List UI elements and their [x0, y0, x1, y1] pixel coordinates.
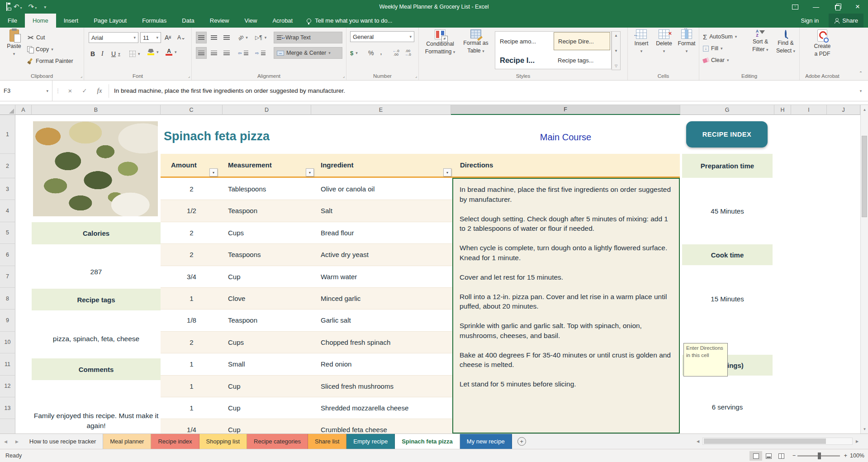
column-header-E[interactable]: E [311, 105, 451, 115]
sheet-tab-spinach-feta-pizza[interactable]: Spinach feta pizza [395, 434, 460, 449]
fill-color-button[interactable]: ▾ [147, 47, 159, 57]
sheet-tab-share-list[interactable]: Share list [308, 434, 346, 449]
ingredient-row[interactable]: 1SmallRed onion [161, 353, 454, 375]
comma-style-button[interactable]: , [380, 47, 382, 57]
zoom-slider-thumb[interactable] [818, 452, 821, 459]
recipe-tags-value[interactable]: pizza, spinach, feta, cheese [32, 335, 161, 343]
gallery-scroll-arrows[interactable]: ▲▼▽ [612, 31, 621, 70]
column-header-B[interactable]: B [32, 105, 161, 115]
ribbon-tab-insert[interactable]: Insert [56, 14, 86, 28]
ribbon-tab-file[interactable]: File [0, 14, 25, 28]
zoom-level[interactable]: 100% [850, 452, 864, 459]
clipboard-dialog-launcher-icon[interactable]: ⌟ [81, 74, 82, 78]
scroll-left-icon[interactable]: ◀ [693, 439, 702, 443]
font-dialog-launcher-icon[interactable]: ⌟ [188, 74, 190, 78]
row-header-4[interactable]: 4 [0, 200, 15, 222]
ingredient-row[interactable]: 2CupsBread flour [161, 222, 454, 244]
column-header-G[interactable]: G [680, 105, 774, 115]
align-middle-button[interactable] [209, 32, 219, 43]
ribbon-tab-formulas[interactable]: Formulas [134, 14, 174, 28]
scroll-down-icon[interactable]: ▼ [861, 424, 868, 433]
ribbon-tab-home[interactable]: Home [25, 14, 56, 28]
ribbon-display-options-icon[interactable]: ˆ [785, 0, 806, 14]
insert-cells-button[interactable]: ← Insert▾ [631, 29, 652, 54]
copy-button[interactable]: Copy▾ [27, 44, 53, 55]
formula-input[interactable]: In bread machine, place the first five i… [114, 81, 345, 101]
sheet-tab-my-new-recipe[interactable]: My new recipe [460, 434, 512, 449]
row-header-11[interactable]: 11 [0, 353, 15, 375]
borders-button[interactable]: ▾ [129, 48, 140, 59]
ribbon-tab-acrobat[interactable]: Acrobat [265, 14, 300, 28]
ribbon-tab-review[interactable]: Review [202, 14, 237, 28]
paste-button[interactable]: Paste▾ [4, 29, 24, 57]
share-button[interactable]: Share [829, 14, 863, 28]
sheet-tab-recipe-categories[interactable]: Recipe categories [247, 434, 308, 449]
row-header-2[interactable]: 2 [0, 154, 15, 178]
clear-button[interactable]: Clear▾ [703, 55, 729, 66]
sheet-tab-recipe-index[interactable]: Recipe index [151, 434, 199, 449]
align-right-button[interactable] [222, 48, 232, 58]
decrease-indent-button[interactable]: ⇦ [238, 48, 248, 58]
align-bottom-button[interactable] [222, 32, 232, 43]
directions-cell[interactable]: In bread machine, place the first five i… [452, 178, 680, 433]
style-gallery-item[interactable]: Recipe amo... [496, 32, 552, 50]
column-header-H[interactable]: H [774, 105, 791, 115]
text-direction-button[interactable]: ▷¶▾ [255, 32, 266, 43]
row-header-10[interactable]: 10 [0, 332, 15, 353]
horizontal-scroll-thumb[interactable] [704, 438, 826, 444]
format-as-table-button[interactable]: Format as Table ▾ [459, 29, 493, 54]
column-header-A[interactable]: A [15, 105, 32, 115]
vertical-scrollbar[interactable]: ▲ ▼ [860, 105, 868, 433]
insert-function-icon[interactable]: fx [92, 81, 107, 101]
column-header-I[interactable]: I [791, 105, 827, 115]
servings-value[interactable]: 6 servings [680, 403, 774, 411]
number-format-select[interactable]: General▾ [350, 31, 414, 42]
find-select-button[interactable]: Find & Select ▾ [773, 29, 798, 54]
comments-value[interactable]: Family enjoyed this recipe. Must make it… [32, 411, 161, 430]
measurement-header[interactable]: Measurement [228, 161, 272, 169]
cut-button[interactable]: Cut [27, 32, 45, 43]
ingredient-filter-icon[interactable]: ▼ [443, 168, 451, 176]
sign-in-link[interactable]: Sign in [801, 17, 819, 24]
ingredient-row[interactable]: 2TeaspoonsActive dry yeast [161, 244, 454, 266]
recipe-index-button[interactable]: RECIPE INDEX [686, 121, 768, 148]
normal-view-button[interactable] [749, 451, 762, 461]
recipe-course[interactable]: Main Course [451, 132, 680, 143]
create-pdf-button[interactable]: Create a PDF [811, 29, 834, 57]
accounting-format-button[interactable]: $▾ [350, 48, 358, 58]
fill-button[interactable]: ↓Fill▾ [703, 43, 723, 54]
ingredient-row[interactable]: 1CloveMinced garlic [161, 288, 454, 310]
row-header-7[interactable]: 7 [0, 266, 15, 288]
bold-button[interactable]: B [90, 48, 95, 59]
align-left-button[interactable] [196, 48, 206, 58]
horizontal-scrollbar[interactable]: ◀ ▶ [693, 436, 862, 446]
directions-header[interactable]: Directions [460, 161, 493, 169]
scroll-up-icon[interactable]: ▲ [861, 105, 868, 114]
ingredient-row[interactable]: 1/8TeaspoonGarlic salt [161, 310, 454, 331]
format-cells-button[interactable]: ↔ Format▾ [676, 29, 697, 54]
delete-cells-button[interactable]: × Delete▾ [653, 29, 675, 54]
merge-center-button[interactable]: ↔Merge & Center▾ [274, 48, 342, 58]
cook-time-value[interactable]: 15 Minutes [680, 295, 774, 303]
font-color-button[interactable]: A▾ [166, 47, 177, 57]
vertical-scroll-thumb[interactable] [862, 136, 867, 217]
shrink-font-button[interactable]: A⌄ [177, 32, 185, 43]
sheet-tab-meal-planner[interactable]: Meal planner [103, 434, 151, 449]
tell-me-box[interactable]: Tell me what you want to do... [307, 14, 392, 28]
page-break-view-button[interactable] [775, 451, 787, 461]
amount-filter-icon[interactable]: ▼ [209, 168, 218, 176]
zoom-out-icon[interactable]: − [792, 452, 796, 459]
format-painter-button[interactable]: Format Painter [27, 56, 73, 67]
column-header-C[interactable]: C [161, 105, 223, 115]
new-sheet-button[interactable]: + [517, 437, 526, 446]
amount-header[interactable]: Amount [171, 161, 197, 169]
row-header-6[interactable]: 6 [0, 244, 15, 266]
restore-button[interactable] [826, 0, 847, 14]
page-layout-view-button[interactable] [762, 451, 775, 461]
row-header-8[interactable]: 8 [0, 288, 15, 310]
ingredient-header[interactable]: Ingredient [321, 161, 354, 169]
autosum-button[interactable]: ΣAutoSum▾ [703, 31, 737, 42]
sheet-tab-shopping-list[interactable]: Shopping list [199, 434, 247, 449]
sheet-tab-empty-recipe[interactable]: Empty recipe [346, 434, 395, 449]
scroll-right-icon[interactable]: ▶ [853, 439, 862, 443]
